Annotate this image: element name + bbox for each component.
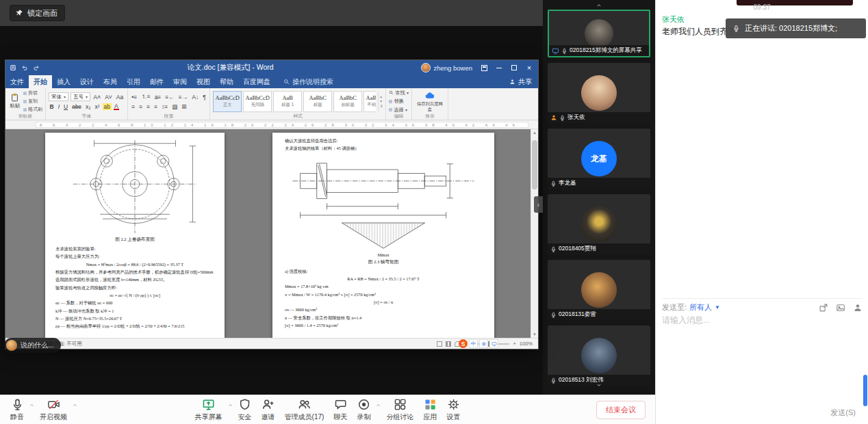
align-right-button[interactable]: ≡ [146,103,151,110]
styles-gallery-scroll[interactable]: ▴▾⊻ [378,91,383,112]
participants-scroll-up[interactable] [548,1,650,10]
record-button[interactable]: 录制 [352,398,375,422]
style-subtitle[interactable]: AaBbC 副标题 [333,91,362,112]
change-case-button[interactable]: Aa [115,94,124,101]
share-screen-button[interactable]: 共享屏幕 [190,398,227,422]
apps-button[interactable]: 应用 [418,398,442,422]
multilevel-list-button[interactable]: a≡ [153,94,162,101]
participant-tile[interactable]: 02018131娄雷 [548,260,650,320]
shrink-font-button[interactable]: A˅ [104,94,114,101]
read-mode-icon[interactable] [437,341,442,347]
paste-button[interactable]: 粘贴 [8,93,21,109]
tab-home[interactable]: 开始 [29,75,52,88]
end-meeting-button[interactable]: 结束会议 [596,401,646,419]
breakout-rooms-button[interactable]: 分组讨论 [381,398,418,422]
minimize-button[interactable] [492,60,507,75]
manage-members-button[interactable]: 管理成员(17) [280,398,329,422]
participant-tile[interactable]: 龙基 李龙基 [548,129,650,189]
bullets-button[interactable]: •≡ [131,94,138,101]
message-input[interactable]: 请输入消息... [662,315,863,403]
highlight-button[interactable]: ab [103,103,111,110]
send-to-caret-icon[interactable]: ▼ [715,304,720,310]
italic-button[interactable]: I [57,103,60,110]
close-button[interactable]: × [522,60,537,75]
style-normal[interactable]: AaBbCcD 正文 [213,91,242,112]
tab-view[interactable]: 视图 [192,75,215,88]
superscript-button[interactable]: x² [94,103,101,110]
maximize-button[interactable] [507,60,522,75]
word-account[interactable]: zheng bowen [421,63,472,72]
borders-button[interactable]: ⊞ [181,103,188,110]
mute-options-chevron[interactable] [29,403,35,408]
document-area[interactable]: 图 2.2 上卷扬布置图 支承滚轮装置的验算: 每个滚轮上最大压力为: Nmax… [5,129,538,338]
tab-baidu-netdisk[interactable]: 百度网盘 [238,75,275,88]
numbering-button[interactable]: ⒈≡ [140,93,151,101]
scroll-up-arrow[interactable]: ▲ [531,131,538,135]
input-mode-toggle[interactable]: 中 [469,339,478,348]
save-icon[interactable] [10,64,16,71]
page-left[interactable]: 图 2.2 上卷扬布置图 支承滚轮装置的验算: 每个滚轮上最大压力为: Nmax… [45,133,225,338]
select-button[interactable]: 选择▾ [389,107,409,114]
tab-references[interactable]: 引用 [122,75,145,88]
input-keyboard-icon[interactable] [489,339,498,348]
ribbon-display-options-button[interactable] [476,60,492,75]
image-icon[interactable] [836,303,845,313]
participants-scroll-down[interactable] [543,381,655,389]
style-heading-1[interactable]: AaB 标题 1 [273,91,302,112]
participant-tile[interactable]: 02018405贾翔 [548,194,650,254]
sogou-input-toolbar[interactable]: S 中 [459,339,498,348]
shading-button[interactable]: ▨ [171,103,179,110]
participant-tile[interactable]: 02018513 刘宏伟 [548,326,650,386]
font-size-select[interactable]: 五号▾ [71,92,90,101]
zoom-percent[interactable]: 100% [520,341,533,347]
grow-font-button[interactable]: A˄ [92,94,102,101]
send-button[interactable]: 发送(S) [824,405,863,421]
ruler[interactable]: 8 6 4 2 2 4 6 8 10 12 14 16 18 20 22 24 … [5,120,538,129]
show-marks-button[interactable]: ¶ [202,94,207,101]
tab-help[interactable]: 帮助 [215,75,238,88]
video-options-chevron[interactable] [72,403,78,408]
zoom-in-button[interactable]: + [513,341,515,347]
find-button[interactable]: 查找▾ [389,90,409,96]
start-video-button[interactable]: 开启视频 [35,398,72,422]
page-right[interactable]: 确认大滚轮直径选用合适后: 支承滚轮轴的核算（材料：45 调质钢） [272,133,494,338]
underline-button[interactable]: U [63,103,69,110]
tab-design[interactable]: 设计 [75,75,99,88]
line-spacing-button[interactable]: ↕≡ [161,103,169,110]
share-options-chevron[interactable] [227,403,233,408]
redo-icon[interactable] [33,64,40,71]
strikethrough-button[interactable]: abc [71,103,83,110]
settings-button[interactable]: 设置 [442,398,465,422]
save-to-baidu-button[interactable]: 保存到百度网盘 [415,90,445,112]
font-name-select[interactable]: 宋体▾ [49,92,68,101]
participant-tile-screen-share[interactable]: 02018215郑博文的屏幕共享 [548,10,650,57]
align-left-button[interactable]: ≡ [131,103,136,110]
scrollbar-thumb[interactable] [532,140,537,189]
participant-tile[interactable]: 张天依 [548,63,650,123]
invite-button[interactable]: 邀请 [257,398,280,422]
print-layout-icon[interactable] [446,341,451,347]
share-button[interactable]: 共享 [509,75,532,88]
undo-icon[interactable] [21,64,28,71]
font-color-button[interactable]: A [114,103,120,110]
input-settings-icon[interactable] [479,339,488,348]
tab-layout[interactable]: 布局 [99,75,122,88]
mute-button[interactable]: 静音 [5,398,29,422]
popout-chat-icon[interactable] [819,303,828,313]
sogou-logo-icon[interactable]: S [459,339,468,348]
chat-scrollbar-thumb[interactable] [863,375,867,406]
bold-button[interactable]: B [49,103,55,110]
security-button[interactable]: 安全 [233,398,257,422]
pin-view-button[interactable]: 锁定画面 [10,5,65,21]
tab-file[interactable]: 文件 [5,75,29,88]
send-to-select[interactable]: 所有人 [689,302,712,313]
copy-button[interactable]: 复制 [23,98,42,105]
member-mention-icon[interactable] [853,303,863,313]
panel-collapse-button[interactable]: › [534,196,543,213]
justify-button[interactable]: ≡ [153,103,159,110]
chat-button[interactable]: 聊天 [329,398,352,422]
tell-me-search[interactable]: 操作说明搜索 [283,75,333,88]
style-subtle-emphasis[interactable]: AaBbCcD 不明显强调 [363,91,376,112]
style-no-spacing[interactable]: AaBbCcD 无间隔 [243,91,272,112]
subscript-button[interactable]: x₂ [84,103,92,110]
